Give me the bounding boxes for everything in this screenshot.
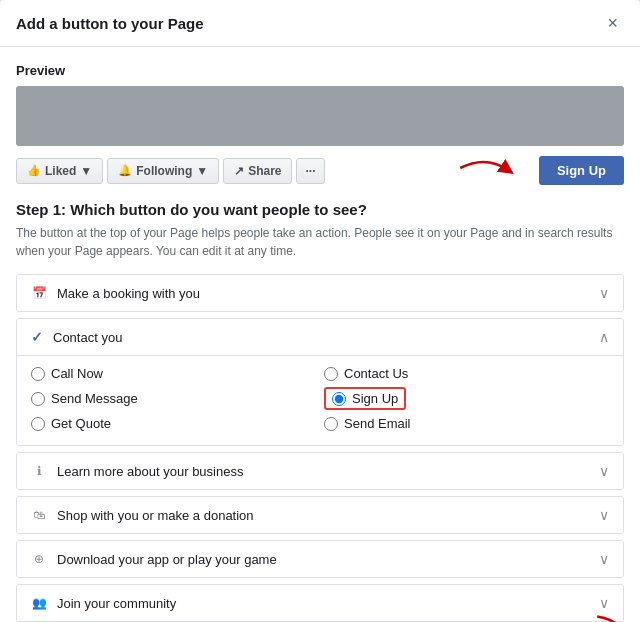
calendar-icon: 📅: [31, 285, 47, 301]
info-icon: ℹ: [31, 463, 47, 479]
arrow-down-indicator: [580, 611, 640, 622]
community-label: Join your community: [57, 596, 176, 611]
signup-radio-wrapper: Sign Up: [324, 387, 406, 410]
share-label: Share: [248, 164, 281, 178]
modal-container: Add a button to your Page × Preview 👍 Li…: [0, 0, 640, 622]
fb-action-bar: 👍 Liked ▼ 🔔 Following ▼ ↗ Share ···: [16, 156, 624, 185]
following-chevron: ▼: [196, 164, 208, 178]
download-chevron: ∨: [599, 551, 609, 567]
accordion-header-community[interactable]: 👥 Join your community ∨: [17, 585, 623, 621]
learn-chevron: ∨: [599, 463, 609, 479]
modal-title: Add a button to your Page: [16, 15, 204, 32]
accordion-item-booking: 📅 Make a booking with you ∨: [16, 274, 624, 312]
close-button[interactable]: ×: [601, 12, 624, 34]
accordion-header-contact[interactable]: ✓ Contact you ∧: [17, 319, 623, 355]
share-icon: ↗: [234, 164, 244, 178]
send-email-label: Send Email: [344, 416, 410, 431]
liked-chevron: ▼: [80, 164, 92, 178]
liked-label: Liked: [45, 164, 76, 178]
modal-header: Add a button to your Page ×: [0, 0, 640, 47]
accordion-header-download[interactable]: ⊕ Download your app or play your game ∨: [17, 541, 623, 577]
following-button[interactable]: 🔔 Following ▼: [107, 158, 219, 184]
booking-label: Make a booking with you: [57, 286, 200, 301]
booking-chevron: ∨: [599, 285, 609, 301]
learn-label: Learn more about your business: [57, 464, 243, 479]
more-button[interactable]: ···: [296, 158, 324, 184]
accordion-header-booking[interactable]: 📅 Make a booking with you ∨: [17, 275, 623, 311]
following-label: Following: [136, 164, 192, 178]
radio-call-now[interactable]: Call Now: [31, 366, 316, 381]
step-title: Step 1: Which button do you want people …: [16, 201, 624, 218]
radio-signup-input[interactable]: [332, 392, 346, 406]
more-label: ···: [305, 164, 315, 178]
thumb-icon: 👍: [27, 164, 41, 177]
shop-icon: 🛍: [31, 507, 47, 523]
accordion-header-learn[interactable]: ℹ Learn more about your business ∨: [17, 453, 623, 489]
preview-label: Preview: [16, 63, 624, 78]
radio-send-message[interactable]: Send Message: [31, 387, 316, 410]
accordion-item-community: 👥 Join your community ∨: [16, 584, 624, 622]
send-message-label: Send Message: [51, 391, 138, 406]
shop-label: Shop with you or make a donation: [57, 508, 254, 523]
radio-signup[interactable]: Sign Up: [324, 387, 609, 410]
call-now-label: Call Now: [51, 366, 103, 381]
get-quote-label: Get Quote: [51, 416, 111, 431]
shop-chevron: ∨: [599, 507, 609, 523]
signup-preview-button[interactable]: Sign Up: [539, 156, 624, 185]
radio-send-message-input[interactable]: [31, 392, 45, 406]
radio-call-now-input[interactable]: [31, 367, 45, 381]
community-icon: 👥: [31, 595, 47, 611]
accordion-item-download: ⊕ Download your app or play your game ∨: [16, 540, 624, 578]
radio-send-email[interactable]: Send Email: [324, 416, 609, 431]
radio-contact-us-input[interactable]: [324, 367, 338, 381]
radio-grid: Call Now Contact Us Send Message Sign Up: [31, 366, 609, 431]
community-chevron: ∨: [599, 595, 609, 611]
bell-icon: 🔔: [118, 164, 132, 177]
accordion-header-shop[interactable]: 🛍 Shop with you or make a donation ∨: [17, 497, 623, 533]
radio-get-quote[interactable]: Get Quote: [31, 416, 316, 431]
contact-chevron: ∧: [599, 329, 609, 345]
contact-label: Contact you: [53, 330, 122, 345]
modal-body: Preview 👍 Liked ▼ 🔔 Following ▼ ↗ Share …: [0, 47, 640, 622]
download-label: Download your app or play your game: [57, 552, 277, 567]
accordion-item-shop: 🛍 Shop with you or make a donation ∨: [16, 496, 624, 534]
liked-button[interactable]: 👍 Liked ▼: [16, 158, 103, 184]
contact-options-panel: Call Now Contact Us Send Message Sign Up: [17, 355, 623, 445]
accordion-item-learn: ℹ Learn more about your business ∨: [16, 452, 624, 490]
radio-contact-us[interactable]: Contact Us: [324, 366, 609, 381]
arrow-right-indicator: [456, 150, 516, 189]
share-button[interactable]: ↗ Share: [223, 158, 292, 184]
radio-send-email-input[interactable]: [324, 417, 338, 431]
download-icon: ⊕: [31, 551, 47, 567]
radio-get-quote-input[interactable]: [31, 417, 45, 431]
accordion-item-contact: ✓ Contact you ∧ Call Now Contact Us: [16, 318, 624, 446]
contact-check-icon: ✓: [31, 329, 43, 345]
contact-us-label: Contact Us: [344, 366, 408, 381]
signup-label: Sign Up: [352, 391, 398, 406]
preview-banner: [16, 86, 624, 146]
step-description: The button at the top of your Page helps…: [16, 224, 624, 260]
